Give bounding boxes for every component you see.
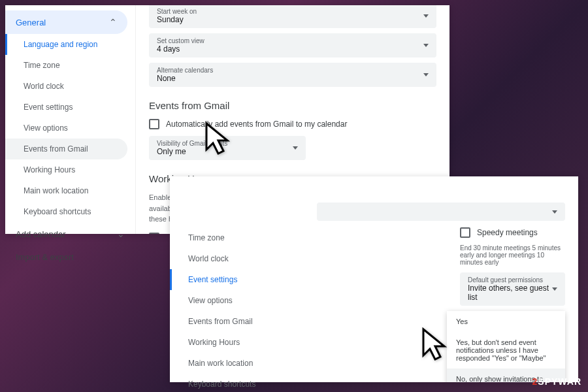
checkbox-enableworking[interactable] (149, 233, 159, 235)
dropdown-value: Sunday (157, 15, 197, 24)
dropdown-label: Start week on (157, 8, 197, 15)
sidebar-item-viewoptions[interactable]: View options (5, 118, 127, 139)
caret-down-icon (552, 210, 557, 214)
checkbox-speedy[interactable] (460, 227, 470, 238)
hint-speedy: End 30 minute meetings 5 minutes early a… (460, 244, 565, 266)
sidebar-item-eventsettings[interactable]: Event settings (5, 97, 127, 118)
caret-down-icon (552, 287, 557, 291)
dropdown-altcalendars[interactable]: Alternate calendars None (149, 63, 436, 87)
section-title-eventsfromgmail: Events from Gmail (149, 100, 436, 111)
sidebar-item-mainworklocation[interactable]: Main work location (170, 353, 293, 374)
sidebar-item-keyboardshortcuts[interactable]: Keyboard shortcuts (5, 201, 127, 222)
sidebar-group-label: Import & export (16, 252, 74, 262)
dropdown-visibility[interactable]: Visibility of Gmail events Only me (149, 136, 306, 160)
option-menu-invitations: Yes Yes, but don't send event notificati… (447, 311, 565, 382)
dropdown-guestperm[interactable]: Default guest permissions Invite others,… (460, 272, 565, 306)
watermark-text: SPYWAR (538, 376, 581, 387)
sidebar-1: General ⌃ Language and region Time zone … (5, 5, 136, 234)
settings-panel-2: Time zone World clock Event settings Vie… (170, 176, 578, 382)
checkbox-autoaddevents[interactable] (149, 119, 159, 129)
sidebar-item-eventsfromgmail[interactable]: Events from Gmail (5, 139, 127, 159)
sidebar-group-label: Add calendar (16, 229, 66, 239)
option-yes-conditional[interactable]: Yes, but don't send event notifications … (447, 332, 565, 368)
dropdown-value: 4 days (157, 44, 204, 54)
caret-down-icon (293, 146, 298, 150)
dropdown-generic[interactable] (317, 203, 565, 221)
sidebar-item-mainworklocation[interactable]: Main work location (5, 180, 127, 201)
dropdown-value: None (157, 74, 213, 83)
chevron-down-icon: ⌄ (117, 229, 125, 239)
sidebar-item-timezone[interactable]: Time zone (5, 55, 127, 76)
sidebar-item-timezone[interactable]: Time zone (170, 227, 293, 248)
sidebar-item-keyboardshortcuts[interactable]: Keyboard shortcuts (170, 374, 293, 392)
sidebar-item-language[interactable]: Language and region (5, 34, 127, 55)
dropdown-value: Only me (157, 147, 227, 156)
caret-down-icon (423, 44, 429, 47)
caret-down-icon (423, 14, 429, 18)
content-2: Speedy meetings End 30 minute meetings 5… (301, 176, 578, 382)
sidebar-item-worldclock[interactable]: World clock (5, 76, 127, 97)
chevron-up-icon: ⌃ (109, 17, 117, 27)
dropdown-label: Alternate calendars (157, 67, 213, 74)
checkbox-label: Speedy meetings (477, 228, 538, 237)
checkbox-row-autoaddevents: Automatically add events from Gmail to m… (149, 119, 436, 129)
watermark-number: 2 (532, 376, 538, 387)
dropdown-label: Default guest permissions (468, 276, 552, 284)
sidebar-group-importexport[interactable]: Import & export (5, 246, 135, 269)
sidebar-header-label: General (16, 18, 46, 27)
sidebar-item-viewoptions[interactable]: View options (170, 290, 293, 311)
sidebar-item-workinghours[interactable]: Working Hours (170, 332, 293, 353)
dropdown-startweek[interactable]: Start week on Sunday (149, 5, 436, 28)
checkbox-row-speedy: Speedy meetings (460, 227, 565, 238)
watermark: 2SPYWAR (532, 376, 581, 387)
dropdown-label: Visibility of Gmail events (157, 140, 227, 147)
dropdown-label: Set custom view (157, 37, 204, 44)
sidebar-item-eventsettings[interactable]: Event settings (170, 269, 293, 290)
sidebar-group-addcalendar[interactable]: Add calendar ⌄ (5, 222, 135, 246)
dropdown-value: Invite others, see guest list (468, 284, 552, 302)
option-yes[interactable]: Yes (447, 311, 565, 332)
dropdown-customview[interactable]: Set custom view 4 days (149, 33, 436, 57)
sidebar-item-eventsfromgmail[interactable]: Events from Gmail (170, 311, 293, 332)
sidebar-header-general[interactable]: General ⌃ (5, 10, 127, 34)
checkbox-label: Automatically add events from Gmail to m… (166, 120, 347, 129)
sidebar-item-worldclock[interactable]: World clock (170, 248, 293, 269)
sidebar-2: Time zone World clock Event settings Vie… (170, 176, 301, 382)
caret-down-icon (423, 73, 429, 76)
sidebar-item-workinghours[interactable]: Working Hours (5, 159, 127, 180)
